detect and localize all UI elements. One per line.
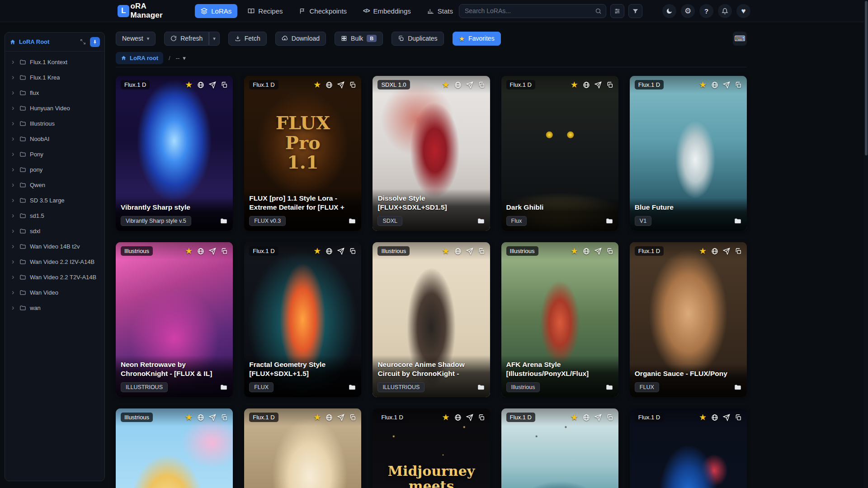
open-folder-button[interactable]	[477, 383, 485, 391]
lora-card[interactable]: Flux.1 D ★	[501, 408, 618, 488]
sidebar-folder-item[interactable]: › NoobAI	[5, 131, 104, 146]
globe-icon[interactable]	[583, 414, 590, 421]
globe-icon[interactable]	[326, 414, 333, 421]
settings-button[interactable]: ⚙	[681, 4, 695, 18]
chevron-right-icon[interactable]: ›	[12, 181, 16, 188]
copy-icon[interactable]	[735, 81, 742, 89]
favorite-star-icon[interactable]: ★	[313, 80, 321, 89]
keyboard-shortcuts-button[interactable]: ⌨	[733, 32, 747, 46]
copy-icon[interactable]	[606, 414, 613, 421]
favorite-star-icon[interactable]: ★	[313, 247, 321, 255]
sort-select[interactable]: Newest ▾	[116, 32, 156, 46]
version-pill[interactable]: Vibrantly Sharp style v.5	[121, 216, 191, 226]
globe-icon[interactable]	[197, 81, 204, 89]
sidebar-folder-item[interactable]: › Qwen	[5, 177, 104, 192]
copy-icon[interactable]	[478, 248, 485, 255]
copy-icon[interactable]	[735, 414, 742, 421]
collapse-all-button[interactable]	[80, 39, 86, 45]
sidebar-folder-item[interactable]: › sdxl	[5, 223, 104, 239]
chevron-right-icon[interactable]: ›	[12, 89, 16, 96]
favorite-star-icon[interactable]: ★	[571, 413, 578, 422]
sidebar-folder-item[interactable]: › Hunyuan Video	[5, 100, 104, 116]
copy-icon[interactable]	[478, 81, 485, 89]
lora-card[interactable]: SDXL 1.0 ★ Dissolve Style [FLUX+SDXL+SD1…	[373, 76, 490, 231]
filter-button[interactable]	[628, 4, 642, 18]
lora-card[interactable]: Flux.1 D ★	[630, 408, 747, 488]
send-icon[interactable]	[466, 81, 473, 89]
favorite-star-icon[interactable]: ★	[185, 413, 193, 422]
send-icon[interactable]	[594, 248, 602, 255]
lora-card[interactable]: Flux.1 D ★ Fractal Geometry Style [FLUX+…	[244, 242, 361, 397]
send-icon[interactable]	[337, 248, 344, 255]
download-button[interactable]: Download	[275, 32, 326, 46]
favorite-star-icon[interactable]: ★	[442, 413, 450, 422]
send-icon[interactable]	[723, 81, 730, 89]
copy-icon[interactable]	[221, 81, 228, 89]
lora-card[interactable]: Flux.1 D ★	[244, 408, 361, 488]
sidebar-folder-item[interactable]: › sd1.5	[5, 208, 104, 223]
favorite-star-icon[interactable]: ★	[185, 247, 193, 255]
globe-icon[interactable]	[583, 81, 590, 89]
copy-icon[interactable]	[349, 81, 356, 89]
version-pill[interactable]: ILLUSTRIOUS	[377, 382, 425, 392]
open-folder-button[interactable]	[605, 383, 613, 391]
globe-icon[interactable]	[454, 81, 462, 89]
open-folder-button[interactable]	[348, 217, 356, 225]
favorite-star-icon[interactable]: ★	[442, 80, 450, 89]
sidebar-folder-item[interactable]: › Pony	[5, 146, 104, 162]
favorite-star-icon[interactable]: ★	[699, 247, 707, 255]
send-icon[interactable]	[209, 414, 216, 421]
version-pill[interactable]: SDXL	[377, 216, 402, 226]
version-pill[interactable]: FLUX	[635, 382, 659, 392]
nav-item-embeddings[interactable]: </> Embeddings	[357, 4, 417, 18]
chevron-right-icon[interactable]: ›	[12, 104, 16, 112]
favorite-star-icon[interactable]: ★	[185, 80, 193, 89]
open-folder-button[interactable]	[220, 383, 228, 391]
globe-icon[interactable]	[454, 414, 462, 421]
chevron-right-icon[interactable]: ›	[12, 258, 16, 265]
chevron-right-icon[interactable]: ›	[12, 135, 16, 142]
open-folder-button[interactable]	[605, 217, 613, 225]
globe-icon[interactable]	[197, 248, 204, 255]
lora-card[interactable]: Illustrious ★ Neon Retrowave by ChronoKn…	[116, 242, 233, 397]
copy-icon[interactable]	[735, 248, 742, 255]
sidebar-folder-item[interactable]: › Wan Video	[5, 285, 104, 300]
copy-icon[interactable]	[606, 248, 613, 255]
sidebar-folder-item[interactable]: › Flux.1 Krea	[5, 70, 104, 85]
chevron-right-icon[interactable]: ›	[12, 74, 16, 81]
lora-card[interactable]: Flux.1 D ★ Dark Ghibli Flux	[501, 76, 618, 231]
open-folder-button[interactable]	[477, 217, 485, 225]
copy-icon[interactable]	[221, 414, 228, 421]
nav-item-loras[interactable]: LoRAs	[195, 4, 237, 18]
scrollbar-thumb[interactable]	[865, 1, 868, 155]
globe-icon[interactable]	[197, 414, 204, 421]
copy-icon[interactable]	[349, 248, 356, 255]
notifications-button[interactable]	[718, 4, 732, 18]
chevron-right-icon[interactable]: ›	[12, 58, 16, 66]
duplicates-button[interactable]: Duplicates	[392, 32, 443, 46]
lora-card[interactable]: MidjourneymeetsFLUX Flux.1 D ★	[373, 408, 490, 488]
favorite-star-icon[interactable]: ★	[699, 413, 707, 422]
pin-sidebar-button[interactable]	[90, 37, 100, 47]
send-icon[interactable]	[466, 414, 473, 421]
sidebar-folder-item[interactable]: › Illustrious	[5, 116, 104, 131]
copy-icon[interactable]	[478, 414, 485, 421]
nav-item-stats[interactable]: Stats	[421, 4, 459, 18]
lora-card[interactable]: Flux.1 D ★ Organic Sauce - FLUX/Pony FLU…	[630, 242, 747, 397]
chevron-right-icon[interactable]: ›	[12, 227, 16, 235]
sidebar-folder-item[interactable]: › SD 3.5 Large	[5, 192, 104, 208]
send-icon[interactable]	[723, 248, 730, 255]
globe-icon[interactable]	[711, 81, 718, 89]
copy-icon[interactable]	[349, 414, 356, 421]
favorite-star-icon[interactable]: ★	[699, 80, 707, 89]
search-options-button[interactable]	[610, 4, 624, 18]
favorites-nav-button[interactable]: ♥	[736, 4, 750, 18]
open-folder-button[interactable]	[734, 383, 742, 391]
version-pill[interactable]: ILLUSTRIOUS	[121, 382, 168, 392]
lora-card[interactable]: Illustrious ★ AFK Arena Style [Illustrio…	[501, 242, 618, 397]
copy-icon[interactable]	[606, 81, 613, 89]
send-icon[interactable]	[594, 414, 602, 421]
send-icon[interactable]	[209, 248, 216, 255]
favorite-star-icon[interactable]: ★	[442, 247, 450, 255]
page-scrollbar[interactable]	[864, 0, 868, 488]
